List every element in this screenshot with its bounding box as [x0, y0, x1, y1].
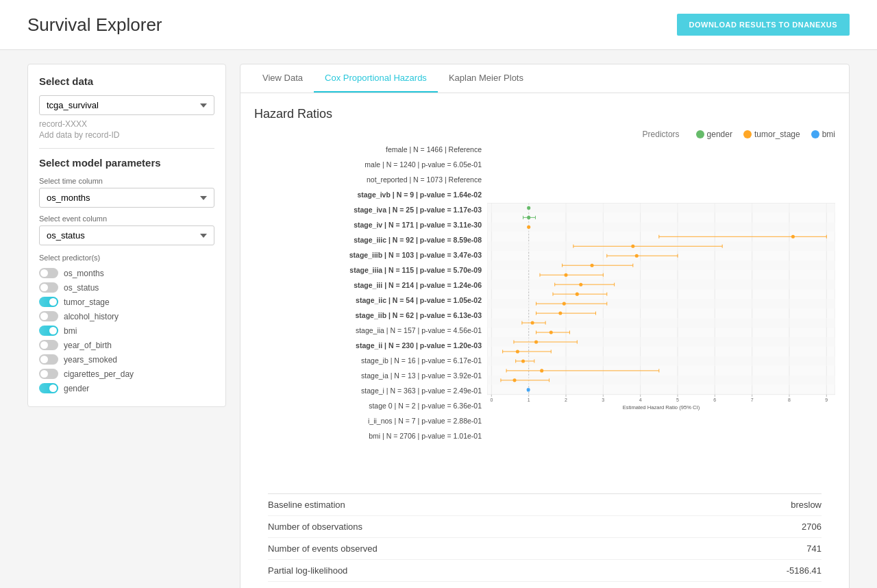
- stats-row: Partial AIC 10408.83: [268, 582, 822, 588]
- toggle-gender[interactable]: [39, 383, 58, 393]
- legend-label: Predictors: [643, 130, 680, 139]
- predictor-item: os_status: [39, 280, 214, 295]
- predictor-list: os_months os_status tumor_stage alcohol_…: [39, 266, 214, 395]
- forest-row-label: stage_iiib | N = 103 | p-value = 3.47e-0…: [349, 251, 482, 259]
- svg-rect-14: [487, 260, 835, 270]
- page-title: Survival Explorer: [27, 14, 162, 36]
- toggle-bmi[interactable]: [39, 326, 58, 336]
- toggle-os_months[interactable]: [39, 268, 58, 278]
- svg-text:8: 8: [788, 397, 791, 402]
- stats-value: -5186.41: [787, 565, 822, 576]
- forest-row-label: stage_iia | N = 157 | p-value = 4.56e-01: [356, 326, 482, 334]
- toggle-tumor_stage[interactable]: [39, 297, 58, 307]
- forest-label-row: stage_iv | N = 171 | p-value = 3.11e-30: [254, 217, 487, 232]
- svg-point-86: [540, 369, 543, 372]
- predictor-label: alcohol_history: [64, 312, 119, 321]
- predictor-item: alcohol_history: [39, 309, 214, 323]
- forest-row-label: stage_ivb | N = 9 | p-value = 1.64e-02: [357, 191, 482, 199]
- forest-labels: female | N = 1466 | Referencemale | N = …: [254, 142, 487, 480]
- event-column-select[interactable]: os_status: [39, 225, 214, 245]
- svg-point-78: [516, 350, 519, 353]
- toggle-year_of_birth[interactable]: [39, 340, 58, 350]
- add-record-text: Add data by record-ID: [39, 130, 214, 140]
- time-column-label: Select time column: [39, 177, 214, 185]
- svg-rect-11: [487, 203, 835, 212]
- stats-row: Number of observations 2706: [268, 516, 822, 538]
- tabs-container: View DataCox Proportional HazardsKaplan …: [240, 64, 849, 93]
- forest-row-label: stage_iva | N = 25 | p-value = 1.17e-03: [354, 206, 482, 214]
- predictor-label: years_smoked: [64, 355, 117, 365]
- forest-label-row: female | N = 1466 | Reference: [254, 142, 487, 157]
- svg-point-82: [521, 359, 525, 363]
- forest-row-label: stage_ii | N = 230 | p-value = 1.20e-03: [356, 341, 482, 350]
- svg-text:3: 3: [602, 397, 604, 402]
- forest-row-label: stage_iii | N = 214 | p-value = 1.24e-06: [354, 281, 482, 289]
- svg-text:9: 9: [825, 397, 828, 402]
- svg-point-30: [791, 235, 795, 238]
- forest-row-label: stage_iiia | N = 115 | p-value = 5.70e-0…: [349, 266, 482, 274]
- svg-point-54: [576, 293, 579, 296]
- legend-item-tumor_stage: tumor_stage: [743, 130, 800, 139]
- toggle-os_status[interactable]: [39, 282, 58, 293]
- forest-row-label: stage_iic | N = 54 | p-value = 1.05e-02: [356, 296, 482, 304]
- forest-label-row: stage_ib | N = 16 | p-value = 6.17e-01: [254, 353, 487, 368]
- tab-1[interactable]: Cox Proportional Hazards: [314, 64, 438, 93]
- predictor-label: year_of_birth: [64, 341, 112, 350]
- forest-label-row: bmi | N = 2706 | p-value = 1.01e-01: [254, 428, 487, 443]
- svg-point-42: [590, 264, 593, 267]
- svg-point-26: [527, 225, 530, 229]
- svg-point-62: [558, 312, 562, 315]
- svg-point-70: [549, 330, 553, 334]
- forest-label-row: stage_iia | N = 157 | p-value = 4.56e-01: [254, 323, 487, 338]
- svg-text:Estimated Hazard Ratio (95% CI: Estimated Hazard Ratio (95% CI): [623, 404, 700, 411]
- forest-label-row: stage_ii | N = 230 | p-value = 1.20e-03: [254, 338, 487, 353]
- time-column-select[interactable]: os_months: [39, 188, 214, 208]
- record-id-text: record-XXXX: [39, 119, 214, 129]
- forest-plot-svg: 0123456789Estimated Hazard Ratio (95% CI…: [487, 142, 835, 478]
- predictor-item: cigarettes_per_day: [39, 367, 214, 381]
- predictor-label: cigarettes_per_day: [64, 369, 134, 379]
- forest-label-row: stage_iiib | N = 103 | p-value = 3.47e-0…: [254, 247, 487, 262]
- predictors-label: Select predictor(s): [39, 254, 214, 262]
- predictor-label: os_status: [64, 283, 99, 293]
- dataset-select[interactable]: tcga_survival: [39, 95, 214, 115]
- chart-title: Hazard Ratios: [254, 107, 835, 121]
- stats-label: Baseline estimation: [268, 500, 345, 510]
- select-data-section: Select data tcga_survival record-XXXX Ad…: [27, 64, 226, 407]
- predictor-label: gender: [64, 384, 89, 393]
- predictor-item: bmi: [39, 323, 214, 338]
- toggle-cigarettes_per_day[interactable]: [39, 369, 58, 379]
- stats-table: Baseline estimation breslow Number of ob…: [268, 493, 822, 588]
- forest-label-row: stage 0 | N = 2 | p-value = 6.36e-01: [254, 398, 487, 413]
- forest-row-label: i_ii_nos | N = 7 | p-value = 2.88e-01: [368, 417, 482, 425]
- tab-0[interactable]: View Data: [251, 64, 314, 93]
- predictor-label: bmi: [64, 326, 77, 336]
- toggle-alcohol_history[interactable]: [39, 311, 58, 321]
- predictor-item: year_of_birth: [39, 338, 214, 352]
- stats-value: 2706: [802, 522, 822, 532]
- svg-text:6: 6: [713, 397, 716, 402]
- forest-label-row: stage_iib | N = 62 | p-value = 6.13e-03: [254, 308, 487, 323]
- forest-row-label: not_reported | N = 1073 | Reference: [367, 175, 482, 184]
- stats-label: Partial log-likelihood: [268, 565, 347, 576]
- predictor-label: tumor_stage: [64, 297, 110, 307]
- forest-label-row: stage_iii | N = 214 | p-value = 1.24e-06: [254, 278, 487, 293]
- forest-label-row: stage_ivb | N = 9 | p-value = 1.64e-02: [254, 187, 487, 202]
- tab-2[interactable]: Kaplan Meier Plots: [438, 64, 534, 93]
- svg-point-66: [531, 321, 534, 325]
- stats-row: Baseline estimation breslow: [268, 494, 822, 516]
- toggle-years_smoked[interactable]: [39, 354, 58, 365]
- forest-plot: female | N = 1466 | Referencemale | N = …: [254, 142, 835, 480]
- forest-label-row: stage_iiic | N = 92 | p-value = 8.59e-08: [254, 232, 487, 247]
- svg-text:4: 4: [639, 397, 642, 402]
- left-panel: Select data tcga_survival record-XXXX Ad…: [27, 64, 226, 588]
- forest-row-label: bmi | N = 2706 | p-value = 1.01e-01: [369, 432, 482, 440]
- select-data-title: Select data: [39, 75, 214, 87]
- svg-point-25: [527, 216, 530, 219]
- forest-row-label: stage_iiic | N = 92 | p-value = 8.59e-08: [354, 236, 482, 244]
- forest-label-row: not_reported | N = 1073 | Reference: [254, 172, 487, 187]
- forest-row-label: stage 0 | N = 2 | p-value = 6.36e-01: [369, 402, 482, 410]
- forest-chart: 0123456789Estimated Hazard Ratio (95% CI…: [487, 142, 835, 480]
- forest-label-row: stage_iic | N = 54 | p-value = 1.05e-02: [254, 293, 487, 308]
- download-button[interactable]: DOWNLOAD RESULTS TO DNANEXUS: [677, 14, 850, 36]
